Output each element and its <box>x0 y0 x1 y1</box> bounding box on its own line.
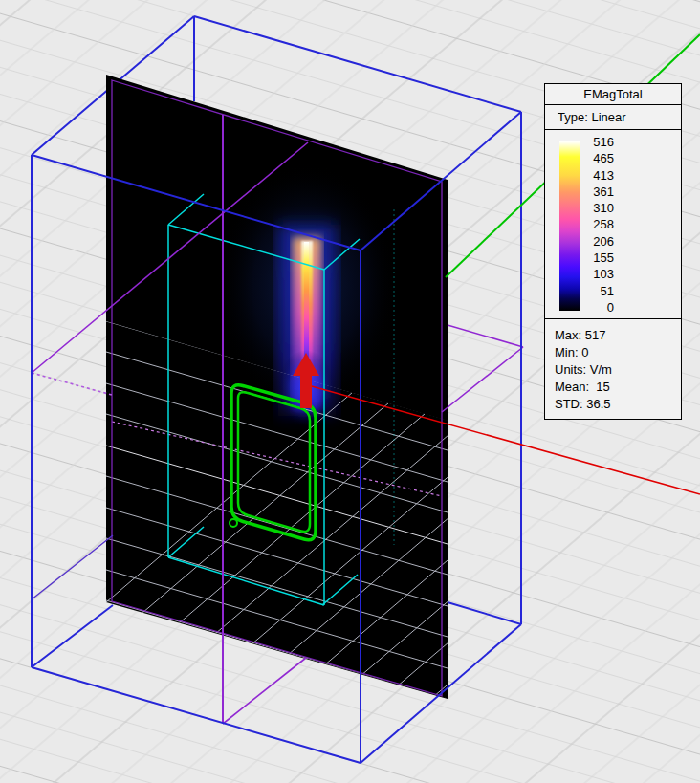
colorbar-tick: 103 <box>583 267 614 281</box>
legend-title: EMagTotal <box>545 84 681 105</box>
legend-colorbar-section: 516 465 413 361 310 258 206 155 103 51 0 <box>545 130 681 319</box>
stat-mean: Mean: 15 <box>555 379 681 396</box>
field-legend-panel[interactable]: EMagTotal Type: Linear 516 465 413 361 3… <box>544 83 682 420</box>
colorbar-tick: 0 <box>583 300 614 315</box>
colorbar-tick: 258 <box>583 217 614 231</box>
stat-min: Min: 0 <box>555 344 681 361</box>
colorbar-tick: 51 <box>583 284 614 298</box>
legend-scale-type: Type: Linear <box>545 105 681 130</box>
colorbar-tick-labels: 516 465 413 361 310 258 206 155 103 51 0 <box>583 135 614 315</box>
colorbar-gradient <box>559 141 580 311</box>
simulation-viewport[interactable]: EMagTotal Type: Linear 516 465 413 361 3… <box>0 0 700 783</box>
colorbar-tick: 155 <box>583 250 614 265</box>
colorbar-tick: 310 <box>583 201 614 215</box>
colorbar-tick: 516 <box>583 135 614 149</box>
legend-statistics: Max: 517 Min: 0 Units: V/m Mean: 15 STD:… <box>545 319 681 419</box>
stat-max: Max: 517 <box>555 327 681 344</box>
colorbar-tick: 413 <box>583 168 614 183</box>
stat-units: Units: V/m <box>555 361 681 379</box>
colorbar-tick: 206 <box>583 234 614 249</box>
colorbar-tick: 361 <box>583 185 614 199</box>
colorbar-tick: 465 <box>583 151 614 165</box>
stat-std: STD: 36.5 <box>555 396 681 413</box>
